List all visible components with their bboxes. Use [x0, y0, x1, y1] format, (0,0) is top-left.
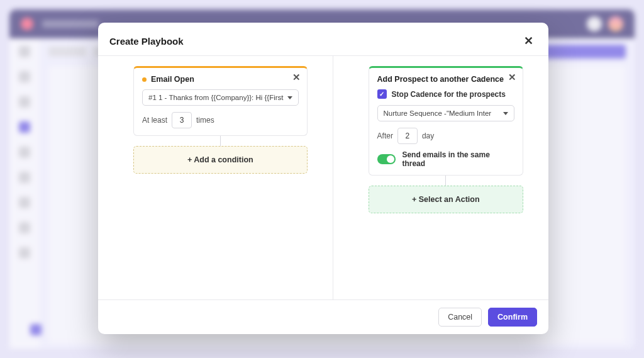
atleast-label: At least [142, 116, 167, 125]
logo-icon [18, 15, 36, 33]
avatar [608, 16, 623, 31]
condition-card: ✕ Email Open #1 1 - Thanks from {{Compan… [133, 66, 308, 136]
modal-title: Create Playbook [109, 36, 184, 47]
create-playbook-modal: Create Playbook ✕ ✕ Email Open #1 1 - Th… [98, 23, 548, 334]
chevron-down-icon [503, 112, 508, 115]
actions-column: ✕ Add Prospect to another Cadence ✓ Stop… [333, 56, 548, 299]
after-days-input[interactable] [397, 128, 418, 144]
times-label: times [196, 116, 214, 125]
add-condition-button[interactable]: + Add a condition [133, 146, 308, 174]
stop-cadence-checkbox[interactable]: ✓ [377, 89, 387, 99]
modal-footer: Cancel Confirm [98, 299, 548, 334]
check-icon: ✓ [379, 91, 384, 98]
same-thread-label: Send emails in the same thread [402, 150, 514, 168]
avatar [587, 16, 602, 31]
action-title: Add Prospect to another Cadence [377, 75, 514, 84]
action-close-button[interactable]: ✕ [508, 72, 516, 83]
condition-title: Email Open [151, 75, 299, 84]
atleast-input[interactable] [172, 112, 192, 128]
status-dot-icon [142, 77, 147, 82]
connector-line [220, 136, 221, 146]
select-action-button[interactable]: + Select an Action [369, 186, 523, 213]
same-thread-toggle[interactable] [377, 154, 396, 164]
action-card: ✕ Add Prospect to another Cadence ✓ Stop… [369, 66, 523, 176]
bg-sidebar [9, 38, 40, 349]
condition-close-button[interactable]: ✕ [292, 72, 301, 83]
chevron-down-icon [287, 96, 292, 99]
modal-close-button[interactable]: ✕ [520, 33, 537, 49]
cancel-button[interactable]: Cancel [438, 308, 482, 327]
after-label: After [377, 131, 393, 140]
select-value: Nurture Sequence -"Medium Inter [384, 109, 492, 117]
modal-body: ✕ Email Open #1 1 - Thanks from {{Compan… [98, 55, 548, 299]
conditions-column: ✕ Email Open #1 1 - Thanks from {{Compan… [98, 56, 333, 299]
cadence-select[interactable]: Nurture Sequence -"Medium Inter [377, 105, 514, 121]
connector-line [445, 176, 446, 186]
select-value: #1 1 - Thanks from {{Company}}: Hi {{Fir… [148, 94, 284, 101]
day-label: day [422, 131, 434, 140]
modal-header: Create Playbook ✕ [98, 23, 548, 55]
confirm-button[interactable]: Confirm [488, 308, 537, 327]
email-step-select[interactable]: #1 1 - Thanks from {{Company}}: Hi {{Fir… [142, 89, 299, 106]
stop-cadence-label: Stop Cadence for the prospects [392, 90, 506, 99]
